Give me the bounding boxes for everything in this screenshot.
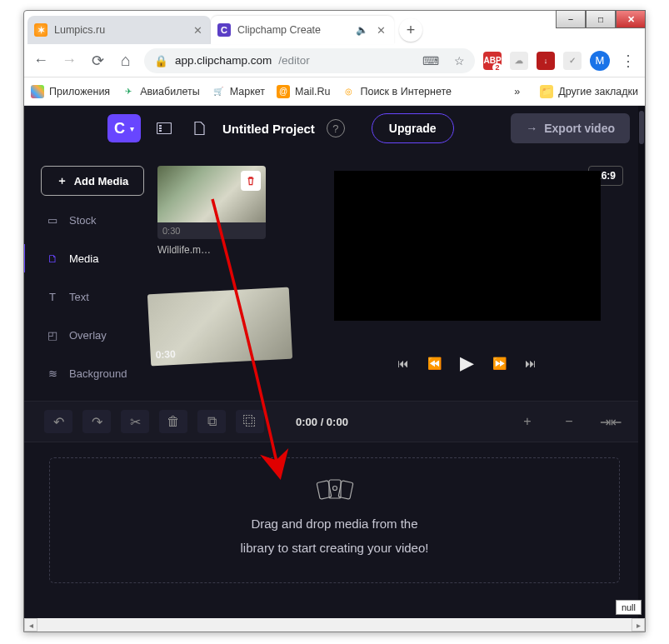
- audio-icon[interactable]: 🔈: [356, 24, 368, 36]
- help-button[interactable]: ?: [327, 119, 345, 137]
- dropzone-text-1: Drag and drop media from the: [251, 515, 417, 534]
- media-duration: 0:30: [157, 222, 266, 239]
- close-window-button[interactable]: [616, 10, 646, 28]
- media-item[interactable]: 0:30: [157, 166, 266, 239]
- maximize-button[interactable]: [586, 10, 616, 28]
- favicon-icon: ✶: [34, 23, 47, 37]
- video-templates-icon[interactable]: [152, 117, 176, 140]
- copy-button[interactable]: ⿻: [236, 410, 264, 433]
- fit-timeline-button[interactable]: ⇥⇤: [597, 410, 625, 433]
- timecode: 0:00 / 0:00: [296, 416, 348, 428]
- duplicate-button[interactable]: ⧉: [197, 410, 226, 433]
- project-title[interactable]: Untitled Project: [222, 122, 315, 136]
- add-media-button[interactable]: ＋ Add Media: [41, 166, 144, 196]
- split-button[interactable]: ✂: [121, 410, 149, 433]
- brand-logo-icon: C: [114, 120, 125, 137]
- apps-button[interactable]: Приложения: [31, 85, 110, 98]
- rewind-button[interactable]: [427, 357, 442, 370]
- sidebar: ＋ Add Media ▭ Stock 🗋 Media T Text ◰: [41, 166, 144, 387]
- tab-lumpics[interactable]: ✶ Lumpics.ru ✕: [27, 16, 211, 44]
- dropzone-text-2: library to start creating your video!: [241, 539, 429, 558]
- null-badge: null: [616, 600, 642, 615]
- preview-panel: 16:9: [304, 166, 630, 387]
- horizontal-scrollbar[interactable]: ◂ ▸: [24, 618, 645, 632]
- other-bookmarks-button[interactable]: 📁Другие закладки: [540, 85, 638, 98]
- scrollbar-track[interactable]: [37, 619, 632, 631]
- upgrade-button[interactable]: Upgrade: [372, 113, 454, 143]
- media-thumbnail: [157, 166, 266, 222]
- extension-pdf-icon[interactable]: ↓: [537, 52, 555, 70]
- browser-window: ✶ Lumpics.ru ✕ C Clipchamp Create 🔈 ✕ + …: [23, 10, 646, 632]
- extension-abp-icon[interactable]: ABP2: [483, 52, 502, 70]
- browser-menu-button[interactable]: [618, 51, 638, 71]
- sidebar-item-text[interactable]: T Text: [41, 282, 144, 311]
- address-bar[interactable]: 🔒 app.clipchamp.com/editor ⌨ ☆: [144, 48, 475, 73]
- skip-end-button[interactable]: [525, 357, 537, 370]
- sidebar-item-overlay[interactable]: ◰ Overlay: [41, 321, 144, 349]
- drag-ghost: 0:30: [147, 287, 292, 367]
- editor-mid: ＋ Add Media ▭ Stock 🗋 Media T Text ◰: [24, 151, 645, 387]
- star-icon[interactable]: ☆: [454, 54, 465, 67]
- export-video-button[interactable]: → Export video: [511, 113, 630, 143]
- tab-clipchamp[interactable]: C Clipchamp Create 🔈 ✕: [211, 16, 394, 44]
- trash-icon: [245, 175, 257, 187]
- zoom-in-button[interactable]: +: [513, 410, 542, 433]
- video-preview[interactable]: [334, 171, 601, 321]
- overlay-icon: ◰: [44, 329, 61, 342]
- svg-point-7: [332, 487, 337, 491]
- transport-controls: [397, 352, 537, 374]
- play-button[interactable]: [460, 352, 474, 374]
- extension-icon[interactable]: ☁: [510, 52, 528, 70]
- text-icon: T: [44, 291, 61, 303]
- app-scrollbar[interactable]: [638, 106, 645, 618]
- scroll-left-button[interactable]: ◂: [24, 618, 37, 632]
- bookmarks-bar: Приложения ✈Авиабилеты 🛒Маркет @Mail.Ru …: [24, 77, 645, 106]
- chevron-down-icon: ▾: [130, 124, 134, 133]
- extension-icon[interactable]: ✓: [563, 52, 582, 70]
- document-icon[interactable]: [187, 117, 211, 140]
- sidebar-item-background[interactable]: ≋ Background: [41, 359, 144, 387]
- back-button[interactable]: [31, 51, 51, 71]
- translate-icon[interactable]: ⌨: [422, 54, 439, 67]
- timeline-toolbar: ↶ ↷ ✂ 🗑 ⧉ ⿻ 0:00 / 0:00 + − ⇥⇤: [24, 401, 645, 442]
- file-icon: 🗋: [44, 252, 61, 265]
- delete-button[interactable]: 🗑: [159, 410, 187, 433]
- toolbar: 🔒 app.clipchamp.com/editor ⌨ ☆ ABP2 ☁ ↓ …: [24, 44, 645, 77]
- home-button[interactable]: [116, 51, 136, 71]
- fast-forward-button[interactable]: [492, 357, 507, 370]
- lock-icon: 🔒: [154, 54, 168, 67]
- window-controls: [556, 10, 646, 28]
- bookmark-mailru[interactable]: @Mail.Ru: [277, 85, 330, 98]
- close-tab-button[interactable]: ✕: [375, 24, 387, 37]
- minimize-button[interactable]: [556, 10, 586, 28]
- active-indicator: [24, 244, 25, 272]
- svg-rect-1: [159, 125, 162, 127]
- close-tab-button[interactable]: ✕: [192, 24, 204, 37]
- skip-start-button[interactable]: [397, 357, 409, 370]
- favicon-icon: C: [217, 23, 231, 37]
- arrow-right-icon: →: [526, 122, 537, 135]
- zoom-out-button[interactable]: −: [555, 410, 583, 433]
- tab-strip: ✶ Lumpics.ru ✕ C Clipchamp Create 🔈 ✕ +: [24, 11, 645, 44]
- bookmark-avia[interactable]: ✈Авиабилеты: [122, 85, 200, 98]
- tab-title: Clipchamp Create: [237, 24, 349, 36]
- bookmark-market[interactable]: 🛒Маркет: [212, 85, 265, 98]
- delete-media-button[interactable]: [241, 171, 261, 191]
- undo-button[interactable]: ↶: [44, 410, 72, 433]
- box-icon: ▭: [44, 214, 61, 227]
- reload-button[interactable]: [87, 51, 107, 71]
- new-tab-button[interactable]: +: [399, 18, 422, 42]
- forward-button[interactable]: [59, 51, 79, 71]
- brand-menu-button[interactable]: C ▾: [107, 114, 141, 142]
- profile-avatar[interactable]: M: [590, 51, 610, 71]
- bookmarks-overflow-button[interactable]: »: [514, 86, 520, 97]
- url-path: /editor: [278, 54, 310, 67]
- timeline-dropzone[interactable]: Drag and drop media from the library to …: [49, 457, 620, 583]
- scroll-right-button[interactable]: ▸: [632, 618, 645, 632]
- sidebar-item-media[interactable]: 🗋 Media: [41, 244, 144, 272]
- sidebar-item-stock[interactable]: ▭ Stock: [41, 206, 144, 234]
- redo-button[interactable]: ↷: [82, 410, 111, 433]
- bookmark-search[interactable]: ◎Поиск в Интернете: [342, 85, 452, 98]
- media-cards-icon: [315, 477, 355, 505]
- tab-title: Lumpics.ru: [54, 24, 185, 36]
